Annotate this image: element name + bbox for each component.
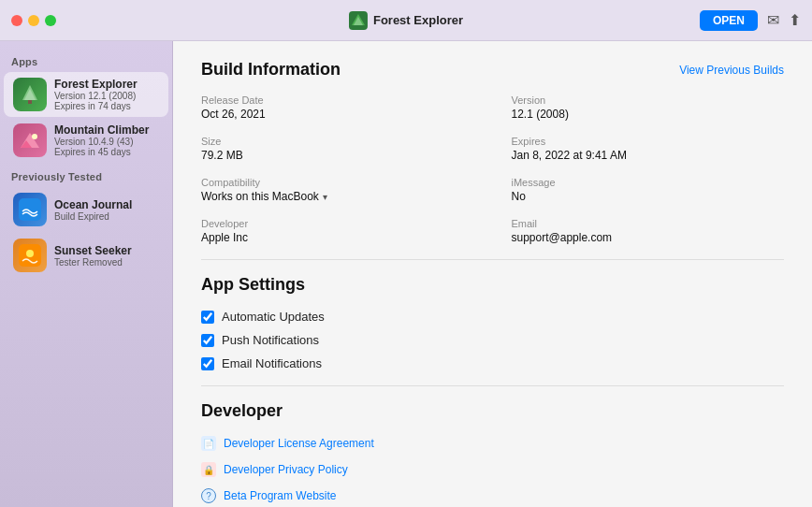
dev-license-row: 📄 Developer License Agreement xyxy=(201,436,784,451)
email-value[interactable]: support@apple.com xyxy=(512,231,785,244)
mountain-climber-status: Expires in 45 days xyxy=(54,147,149,157)
app-settings-header: App Settings xyxy=(201,275,784,295)
ocean-journal-icon xyxy=(13,193,47,226)
version-item: Version 12.1 (2008) xyxy=(512,94,785,121)
ocean-journal-info: Ocean Journal Build Expired xyxy=(54,198,132,222)
build-info-grid: Release Date Oct 26, 2021 Version 12.1 (… xyxy=(201,94,784,244)
previously-tested-label: Previously Tested xyxy=(0,164,172,186)
titlebar-app-icon xyxy=(349,11,368,30)
close-button[interactable] xyxy=(11,15,22,26)
ocean-journal-status: Build Expired xyxy=(54,211,132,222)
developer-info-item: Developer Apple Inc xyxy=(201,218,474,244)
imessage-label: iMessage xyxy=(512,177,785,188)
forest-explorer-status: Expires in 74 days xyxy=(54,101,138,111)
beta-program-icon: ? xyxy=(201,488,216,503)
ocean-journal-icon-svg xyxy=(19,198,41,221)
beta-program-link[interactable]: Beta Program Website xyxy=(224,489,337,502)
sidebar-item-sunset-seeker[interactable]: Sunset Seeker Tester Removed xyxy=(4,233,168,278)
compatibility-label: Compatibility xyxy=(201,177,474,188)
forest-explorer-icon xyxy=(13,78,47,111)
mountain-climber-name: Mountain Climber xyxy=(54,123,149,137)
sidebar: Apps Forest Explorer Version 12.1 (2008)… xyxy=(0,41,173,507)
developer-section-header: Developer xyxy=(201,401,784,421)
automatic-updates-checkbox[interactable] xyxy=(201,311,214,324)
forest-explorer-version: Version 12.1 (2008) xyxy=(54,91,138,101)
svg-point-8 xyxy=(32,134,37,139)
ocean-journal-name: Ocean Journal xyxy=(54,198,132,211)
forest-explorer-info: Forest Explorer Version 12.1 (2008) Expi… xyxy=(54,78,138,111)
mountain-climber-version: Version 10.4.9 (43) xyxy=(54,137,149,147)
sunset-seeker-name: Sunset Seeker xyxy=(54,244,132,257)
open-button[interactable]: OPEN xyxy=(700,10,758,31)
size-item: Size 79.2 MB xyxy=(201,136,474,162)
share-icon-button[interactable]: ⬆ xyxy=(789,11,801,29)
build-info-header: Build Information View Previous Builds xyxy=(201,60,784,80)
expires-label: Expires xyxy=(512,136,785,147)
automatic-updates-label: Automatic Updates xyxy=(222,310,325,324)
developer-info-value: Apple Inc xyxy=(201,231,474,244)
dev-privacy-icon: 🔒 xyxy=(201,462,216,477)
email-label: Email xyxy=(512,218,785,229)
mountain-climber-info: Mountain Climber Version 10.4.9 (43) Exp… xyxy=(54,123,149,157)
push-notifications-checkbox[interactable] xyxy=(201,334,214,347)
maximize-button[interactable] xyxy=(45,15,56,26)
minimize-button[interactable] xyxy=(28,15,39,26)
compatibility-item: Compatibility Works on this MacBook ▾ xyxy=(201,177,474,203)
sunset-seeker-icon-svg xyxy=(19,244,41,267)
beta-program-row: ? Beta Program Website xyxy=(201,488,784,503)
titlebar-title: Forest Explorer xyxy=(373,13,463,27)
forest-explorer-name: Forest Explorer xyxy=(54,78,138,91)
divider-1 xyxy=(201,259,784,260)
main-content: Build Information View Previous Builds R… xyxy=(173,41,812,507)
imessage-value: No xyxy=(512,190,785,203)
email-notifications-row: Email Notifications xyxy=(201,356,784,370)
push-notifications-row: Push Notifications xyxy=(201,333,784,347)
release-date-value: Oct 26, 2021 xyxy=(201,108,474,121)
developer-info-label: Developer xyxy=(201,218,474,229)
dev-privacy-row: 🔒 Developer Privacy Policy xyxy=(201,462,784,477)
apps-section-label: Apps xyxy=(0,49,172,71)
main-layout: Apps Forest Explorer Version 12.1 (2008)… xyxy=(0,41,812,507)
dev-license-link[interactable]: Developer License Agreement xyxy=(224,437,374,450)
sunset-seeker-icon xyxy=(13,239,47,272)
sidebar-item-mountain-climber[interactable]: Mountain Climber Version 10.4.9 (43) Exp… xyxy=(4,118,168,163)
build-info-title: Build Information xyxy=(201,60,341,80)
developer-section-title: Developer xyxy=(201,401,283,421)
dev-privacy-link[interactable]: Developer Privacy Policy xyxy=(224,463,348,476)
titlebar-center: Forest Explorer xyxy=(349,11,463,30)
email-notifications-label: Email Notifications xyxy=(222,356,322,370)
developer-section: Developer 📄 Developer License Agreement … xyxy=(201,401,784,503)
mountain-climber-icon-svg xyxy=(19,129,41,152)
size-label: Size xyxy=(201,136,474,147)
compatibility-value: Works on this MacBook xyxy=(201,190,319,203)
dev-license-icon: 📄 xyxy=(201,436,216,451)
expires-item: Expires Jan 8, 2022 at 9:41 AM xyxy=(512,136,785,162)
push-notifications-label: Push Notifications xyxy=(222,333,319,347)
titlebar: Forest Explorer OPEN ✉ ⬆ xyxy=(0,0,812,41)
traffic-lights xyxy=(11,15,56,26)
app-settings-section: App Settings Automatic Updates Push Noti… xyxy=(201,275,784,370)
size-value: 79.2 MB xyxy=(201,149,474,162)
chevron-down-icon[interactable]: ▾ xyxy=(323,192,327,202)
email-notifications-checkbox[interactable] xyxy=(201,357,214,370)
sunset-seeker-info: Sunset Seeker Tester Removed xyxy=(54,244,132,268)
version-value: 12.1 (2008) xyxy=(512,108,785,121)
email-icon-button[interactable]: ✉ xyxy=(767,11,779,29)
automatic-updates-row: Automatic Updates xyxy=(201,310,784,324)
sidebar-item-ocean-journal[interactable]: Ocean Journal Build Expired xyxy=(4,187,168,232)
expires-value: Jan 8, 2022 at 9:41 AM xyxy=(512,149,785,162)
app-settings-title: App Settings xyxy=(201,275,305,295)
divider-2 xyxy=(201,385,784,386)
forest-explorer-icon-svg xyxy=(19,83,41,106)
sunset-seeker-status: Tester Removed xyxy=(54,257,132,268)
compatibility-row: Works on this MacBook ▾ xyxy=(201,190,474,203)
view-previous-builds-link[interactable]: View Previous Builds xyxy=(679,64,784,77)
imessage-item: iMessage No xyxy=(512,177,785,203)
svg-rect-5 xyxy=(28,100,32,104)
sidebar-item-forest-explorer[interactable]: Forest Explorer Version 12.1 (2008) Expi… xyxy=(4,72,168,117)
titlebar-actions: OPEN ✉ ⬆ xyxy=(700,10,801,31)
svg-point-11 xyxy=(26,250,34,257)
email-item: Email support@apple.com xyxy=(512,218,785,244)
version-label: Version xyxy=(512,94,785,106)
release-date-item: Release Date Oct 26, 2021 xyxy=(201,94,474,121)
